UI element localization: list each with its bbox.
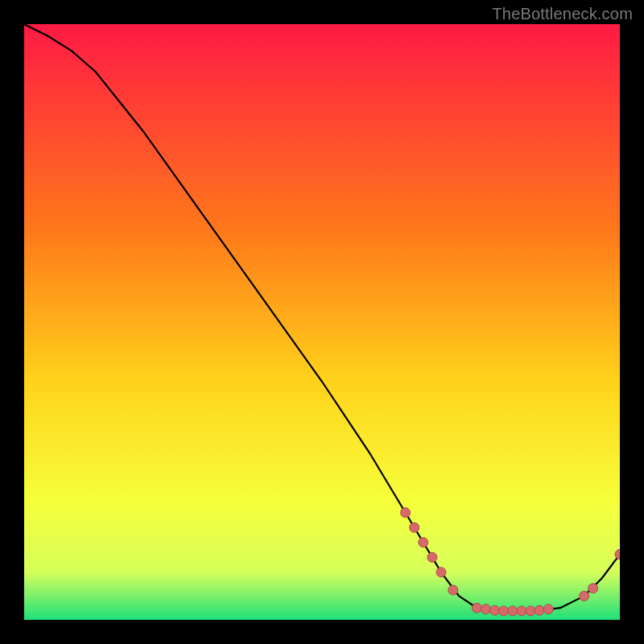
data-point [499,606,509,616]
plot-area [24,24,620,620]
data-point [580,591,589,601]
data-point [543,605,553,614]
data-point [535,605,544,615]
data-point [448,585,458,595]
data-point [526,606,535,616]
data-point [436,568,446,577]
data-point [472,603,481,613]
data-point [490,605,500,615]
data-point [508,606,518,616]
chart-stage: TheBottleneck.com [0,0,644,644]
chart-svg [24,24,620,620]
data-point [588,584,598,593]
data-point [427,552,437,562]
data-point [517,606,526,616]
data-point [410,522,419,532]
data-point [419,538,428,547]
data-point [481,605,491,614]
watermark-text: TheBottleneck.com [492,5,633,23]
gradient-background [24,24,620,620]
data-point [401,508,411,518]
